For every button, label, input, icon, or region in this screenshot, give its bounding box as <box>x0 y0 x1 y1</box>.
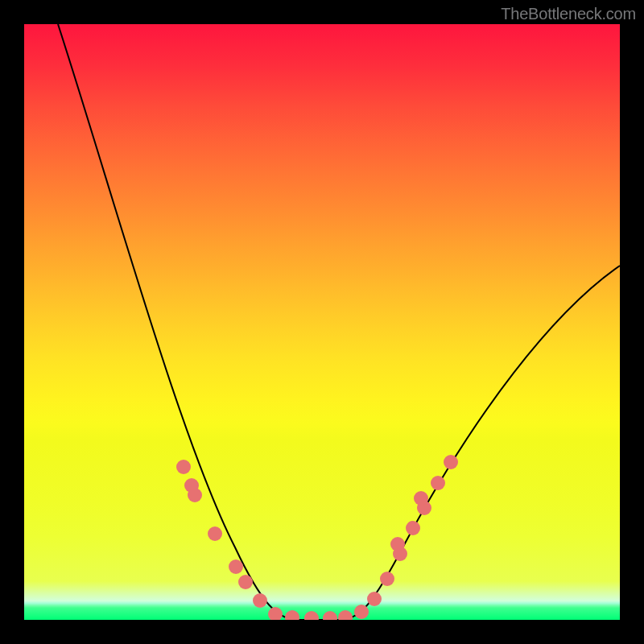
data-point <box>176 460 191 474</box>
data-point <box>406 521 420 535</box>
data-point <box>208 526 222 541</box>
data-point <box>229 559 243 574</box>
data-point <box>444 455 458 469</box>
data-point <box>354 605 369 619</box>
data-point <box>188 488 202 502</box>
data-point <box>285 610 299 620</box>
chart-frame: TheBottleneck.com <box>0 0 644 644</box>
data-point <box>323 611 337 620</box>
data-point <box>253 593 267 608</box>
chart-svg <box>24 24 620 620</box>
data-point <box>304 611 319 620</box>
watermark-text: TheBottleneck.com <box>501 5 636 23</box>
data-point <box>390 537 405 551</box>
data-point <box>431 476 445 490</box>
data-point <box>414 491 428 506</box>
data-point <box>367 592 382 606</box>
data-point <box>238 575 253 589</box>
data-point <box>380 572 394 586</box>
bottleneck-curve <box>58 24 620 620</box>
dots-group <box>176 455 458 620</box>
data-point <box>268 607 283 620</box>
data-point <box>338 610 353 620</box>
plot-area <box>24 24 620 620</box>
